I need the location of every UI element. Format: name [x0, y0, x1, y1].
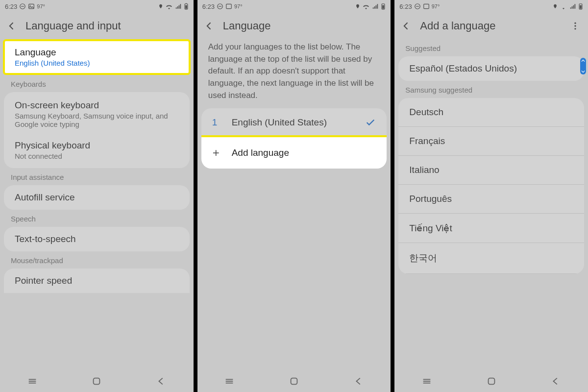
status-bar: 6:23 97°: [0, 0, 194, 13]
language-title: Language: [15, 47, 179, 58]
nav-home-icon[interactable]: [486, 376, 497, 387]
section-keyboards: Keyboards: [0, 75, 194, 92]
plus-icon: +: [212, 146, 220, 160]
battery-icon: [184, 3, 189, 10]
lang-italiano-row[interactable]: Italiano: [398, 156, 584, 185]
location-icon: [553, 3, 558, 10]
svg-rect-24: [580, 5, 582, 9]
back-icon[interactable]: [204, 21, 214, 31]
section-samsung-suggested: Samsung suggested: [394, 81, 588, 98]
svg-point-25: [574, 23, 576, 24]
section-input-assist: Input assistance: [0, 168, 194, 185]
nav-bar: [0, 370, 194, 392]
nav-recents-icon[interactable]: [27, 376, 38, 387]
signal-icon: [372, 3, 379, 10]
language-row[interactable]: Language English (United States): [4, 40, 190, 74]
dnd-icon: [414, 3, 421, 10]
dnd-icon: [217, 3, 223, 10]
fast-scroll-handle[interactable]: [580, 58, 586, 74]
status-time: 6:23: [5, 3, 17, 10]
battery-icon: [381, 3, 386, 10]
header: Add a language: [394, 13, 588, 39]
language-english-row[interactable]: 1 English (United States): [201, 108, 387, 137]
status-bar: 6:23 97°: [394, 0, 588, 13]
dnd-icon: [19, 3, 26, 10]
lang-portugues-row[interactable]: Português: [398, 185, 584, 214]
language-order: 1: [212, 117, 220, 128]
samsung-suggested-list: Deutsch Français Italiano Português Tiến…: [398, 98, 584, 274]
page-title: Language: [223, 20, 383, 32]
language-value: English (United States): [15, 59, 179, 67]
wifi-icon: [165, 3, 173, 9]
image-icon: [225, 3, 232, 10]
nav-home-icon[interactable]: [289, 376, 299, 387]
status-temp: 97°: [37, 3, 45, 9]
check-icon: [365, 117, 376, 128]
svg-rect-22: [423, 4, 429, 8]
wifi-icon: [560, 3, 567, 9]
lang-deutsch-row[interactable]: Deutsch: [398, 98, 584, 127]
lang-tiengviet-row[interactable]: Tiếng Việt: [398, 214, 584, 243]
nav-bar: [197, 370, 391, 392]
svg-rect-10: [94, 378, 100, 385]
screen-language: 6:23 97° Language Add your languages to …: [194, 0, 391, 392]
screen-language-and-input: 6:23 97° Language and input Language Eng…: [0, 0, 194, 392]
lang-korean-row[interactable]: 한국어: [398, 243, 584, 274]
svg-rect-15: [383, 5, 385, 9]
autofill-row[interactable]: Autofill service: [4, 185, 190, 210]
signal-icon: [569, 3, 576, 10]
suggested-espanol-row[interactable]: Español (Estados Unidos): [398, 56, 584, 81]
wifi-icon: [362, 3, 370, 9]
svg-rect-13: [226, 4, 232, 8]
header: Language: [197, 13, 391, 39]
back-icon[interactable]: [7, 21, 17, 31]
physical-keyboard-row[interactable]: Physical keyboard Not connected: [4, 134, 190, 166]
page-title: Language and input: [25, 20, 186, 32]
nav-back-icon[interactable]: [156, 376, 167, 387]
add-language-row[interactable]: + Add language: [201, 137, 387, 169]
tts-row[interactable]: Text-to-speech: [4, 227, 190, 251]
image-icon: [28, 3, 35, 10]
svg-point-26: [574, 25, 576, 26]
nav-recents-icon[interactable]: [421, 376, 432, 387]
nav-recents-icon[interactable]: [224, 376, 235, 387]
onscreen-keyboard-row[interactable]: On-screen keyboard Samsung Keyboard, Sam…: [4, 94, 190, 134]
svg-rect-31: [488, 378, 494, 385]
page-title: Add a language: [420, 20, 562, 32]
signal-icon: [175, 3, 182, 10]
svg-point-3: [30, 5, 31, 6]
language-name: English (United States): [232, 117, 327, 128]
section-speech: Speech: [0, 210, 194, 227]
status-bar: 6:23 97°: [197, 0, 391, 13]
nav-home-icon[interactable]: [91, 376, 102, 387]
more-icon[interactable]: [570, 21, 580, 31]
lang-francais-row[interactable]: Français: [398, 127, 584, 156]
header: Language and input: [0, 13, 194, 39]
language-description: Add your languages to the list below. Th…: [197, 39, 391, 108]
svg-rect-5: [186, 3, 187, 4]
location-icon: [158, 3, 163, 10]
pointer-speed-row[interactable]: Pointer speed: [4, 269, 190, 293]
nav-bar: [394, 370, 588, 392]
svg-point-27: [574, 28, 576, 29]
battery-icon: [578, 3, 583, 10]
section-mouse: Mouse/trackpad: [0, 251, 194, 269]
image-icon: [423, 3, 430, 10]
nav-back-icon[interactable]: [353, 376, 364, 387]
language-list: 1 English (United States) + Add language: [201, 108, 387, 169]
back-icon[interactable]: [401, 21, 411, 31]
svg-rect-19: [291, 378, 297, 385]
section-suggested: Suggested: [394, 39, 588, 56]
svg-rect-6: [185, 5, 187, 9]
add-language-label: Add language: [232, 147, 289, 158]
location-icon: [355, 3, 360, 10]
nav-back-icon[interactable]: [550, 376, 561, 387]
screen-add-language: 6:23 97° Add a language Suggested Españo…: [391, 0, 588, 392]
